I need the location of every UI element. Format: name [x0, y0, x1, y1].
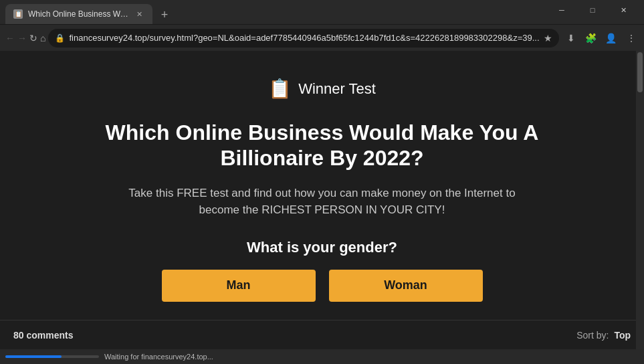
address-text: financesurvey24.top/survey.html?geo=NL&o…: [69, 33, 539, 43]
chrome-menu-icon[interactable]: ⋮: [622, 29, 641, 48]
address-bar[interactable]: 🔒 financesurvey24.top/survey.html?geo=NL…: [48, 29, 558, 48]
sort-value[interactable]: Top: [614, 330, 631, 341]
back-button[interactable]: ←: [5, 29, 15, 48]
bookmark-star-icon[interactable]: ★: [544, 33, 552, 43]
downloads-icon[interactable]: ⬇: [562, 29, 580, 48]
forward-button[interactable]: →: [17, 29, 27, 48]
scrollbar[interactable]: [636, 51, 644, 349]
main-heading: Which Online Business Would Make You A B…: [95, 120, 550, 171]
tab-close-button[interactable]: ✕: [134, 9, 144, 19]
lock-icon: 🔒: [55, 33, 65, 43]
minimize-button[interactable]: ─: [546, 0, 577, 20]
woman-button[interactable]: Woman: [329, 270, 483, 302]
status-text: Waiting for financesurvey24.top...: [104, 353, 213, 361]
comments-count: 80 comments: [13, 330, 73, 341]
status-progress-fill: [5, 355, 62, 358]
comments-sort: Sort by: Top: [576, 330, 631, 341]
nav-bar: ← → ↻ ⌂ 🔒 financesurvey24.top/survey.htm…: [0, 24, 644, 51]
reload-button[interactable]: ↻: [29, 29, 37, 48]
maximize-button[interactable]: □: [577, 0, 608, 20]
tab-bar: 📋 Which Online Business Would M... ✕ +: [5, 0, 174, 24]
sub-text: Take this FREE test and find out how you…: [115, 185, 530, 219]
window-controls: ─ □ ✕: [546, 0, 639, 24]
status-bar: Waiting for financesurvey24.top...: [0, 349, 644, 364]
page-header-title: Winner Test: [298, 80, 376, 98]
sort-by-label: Sort by:: [576, 330, 609, 341]
comments-bar: 80 comments Sort by: Top: [0, 320, 644, 349]
browser-frame: 📋 Which Online Business Would M... ✕ + ─…: [0, 0, 644, 364]
gender-buttons: Man Woman: [162, 270, 483, 302]
active-tab[interactable]: 📋 Which Online Business Would M... ✕: [5, 4, 152, 24]
tab-favicon: 📋: [13, 9, 23, 19]
extensions-puzzle-icon[interactable]: 🧩: [582, 29, 601, 48]
man-button[interactable]: Man: [162, 270, 316, 302]
gender-question: What is your gender?: [247, 239, 397, 256]
page-header: 📋 Winner Test: [268, 78, 376, 100]
page-content: 📋 Winner Test Which Online Business Woul…: [0, 51, 644, 349]
scrollbar-thumb[interactable]: [637, 52, 643, 92]
new-tab-button[interactable]: +: [155, 5, 174, 24]
status-progress-bar: [5, 355, 99, 358]
nav-icons: ⬇ 🧩 👤 ⋮: [562, 29, 641, 48]
winner-test-icon: 📋: [268, 78, 292, 100]
tab-title: Which Online Business Would M...: [28, 9, 128, 19]
title-bar: 📋 Which Online Business Would M... ✕ + ─…: [0, 0, 644, 24]
profile-icon[interactable]: 👤: [602, 29, 621, 48]
main-page: 📋 Winner Test Which Online Business Woul…: [0, 51, 644, 320]
close-button[interactable]: ✕: [608, 0, 639, 20]
home-button[interactable]: ⌂: [40, 29, 45, 48]
